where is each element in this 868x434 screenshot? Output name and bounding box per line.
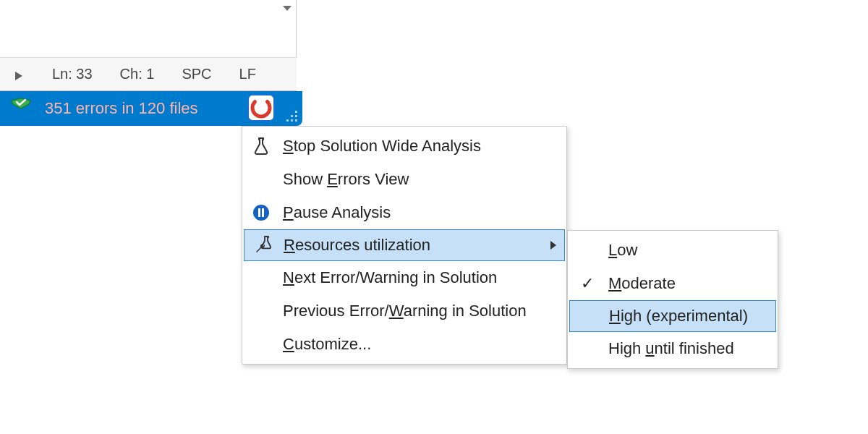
svg-rect-4 <box>295 111 297 113</box>
menu-item-label: Next Error/Warning in Solution <box>283 268 497 287</box>
svg-point-3 <box>250 97 272 119</box>
check-icon: ✓ <box>581 274 594 293</box>
svg-point-10 <box>253 205 269 221</box>
menu-item-label: Moderate <box>608 274 676 293</box>
errors-summary[interactable]: 351 errors in 120 files <box>45 99 198 118</box>
svg-rect-6 <box>291 115 293 117</box>
solution-analysis-icon[interactable] <box>247 94 275 122</box>
svg-rect-12 <box>262 208 264 217</box>
submenu-low[interactable]: Low <box>568 234 778 267</box>
svg-rect-5 <box>295 115 297 117</box>
menu-item-label: Previous Error/Warning in Solution <box>283 302 527 320</box>
editor-status-bar: Ln: 33 Ch: 1 SPC LF <box>0 57 297 90</box>
flask-icon <box>251 136 271 156</box>
svg-rect-7 <box>295 119 297 122</box>
svg-rect-9 <box>286 119 289 122</box>
solution-analysis-context-menu: Stop Solution Wide Analysis Show Errors … <box>242 126 567 365</box>
svg-marker-1 <box>15 72 22 80</box>
menu-show-errors-view[interactable]: Show Errors View <box>242 163 566 196</box>
svg-marker-13 <box>550 241 556 250</box>
svg-marker-0 <box>283 6 292 11</box>
editor-body <box>6 0 281 56</box>
menu-previous-error[interactable]: Previous Error/Warning in Solution <box>242 294 566 328</box>
submenu-high[interactable]: High (experimental) <box>569 300 776 332</box>
dropdown-chevron-icon[interactable] <box>282 3 292 13</box>
status-indent: SPC <box>182 66 211 82</box>
menu-resources-utilization[interactable]: Resources utilization <box>244 229 565 261</box>
menu-stop-analysis[interactable]: Stop Solution Wide Analysis <box>242 129 566 163</box>
pause-icon <box>251 203 271 223</box>
ide-status-bar: 351 errors in 120 files <box>0 91 302 126</box>
submenu-moderate[interactable]: ✓ Moderate <box>568 267 778 300</box>
menu-item-label: Customize... <box>283 335 371 354</box>
svg-rect-11 <box>258 208 260 217</box>
menu-item-label: High until finished <box>608 339 734 358</box>
svg-rect-8 <box>291 119 293 122</box>
submenu-high-until-finished[interactable]: High until finished <box>568 332 778 365</box>
menu-customize[interactable]: Customize... <box>242 328 566 361</box>
resize-grip-icon[interactable] <box>286 111 299 124</box>
status-column: Ch: 1 <box>120 66 155 82</box>
menu-item-label: Stop Solution Wide Analysis <box>283 137 481 156</box>
play-icon[interactable] <box>13 69 25 80</box>
menu-next-error[interactable]: Next Error/Warning in Solution <box>242 261 566 294</box>
editor-panel-fragment: Ln: 33 Ch: 1 SPC LF <box>0 0 297 91</box>
menu-pause-analysis[interactable]: Pause Analysis <box>242 196 566 229</box>
resources-utilization-submenu: Low ✓ Moderate High (experimental) High … <box>567 230 778 369</box>
shield-check-icon[interactable] <box>10 98 32 119</box>
status-line-ending: LF <box>239 66 256 82</box>
menu-item-label: Resources utilization <box>284 236 430 255</box>
menu-item-label: High (experimental) <box>609 307 748 326</box>
menu-item-label: Show Errors View <box>283 170 409 189</box>
menu-item-label: Pause Analysis <box>283 203 391 222</box>
menu-item-label: Low <box>608 241 637 260</box>
flask-wrench-icon <box>253 235 273 255</box>
submenu-arrow-icon <box>550 236 557 255</box>
status-line: Ln: 33 <box>52 66 93 82</box>
